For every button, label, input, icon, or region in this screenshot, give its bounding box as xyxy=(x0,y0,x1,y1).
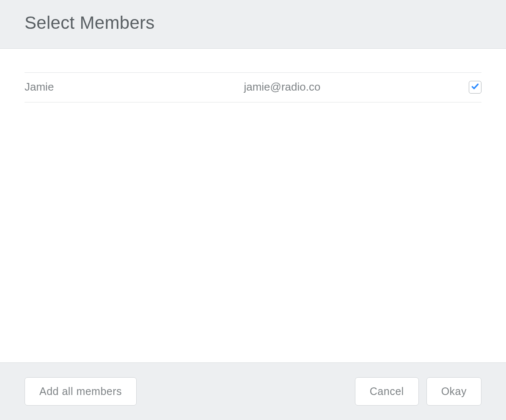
footer-right-group: Cancel Okay xyxy=(355,377,481,406)
member-list: Jamie jamie@radio.co xyxy=(0,49,506,362)
add-all-members-button[interactable]: Add all members xyxy=(25,377,137,406)
cancel-button[interactable]: Cancel xyxy=(355,377,419,406)
member-name: Jamie xyxy=(25,80,244,94)
okay-button[interactable]: Okay xyxy=(426,377,481,406)
dialog-header: Select Members xyxy=(0,0,506,49)
member-checkbox[interactable] xyxy=(469,81,481,94)
member-checkbox-wrap xyxy=(469,81,481,94)
member-row: Jamie jamie@radio.co xyxy=(25,72,481,102)
member-email: jamie@radio.co xyxy=(244,80,469,94)
check-icon xyxy=(471,82,479,92)
dialog-title: Select Members xyxy=(25,13,481,33)
dialog-footer: Add all members Cancel Okay xyxy=(0,362,506,420)
